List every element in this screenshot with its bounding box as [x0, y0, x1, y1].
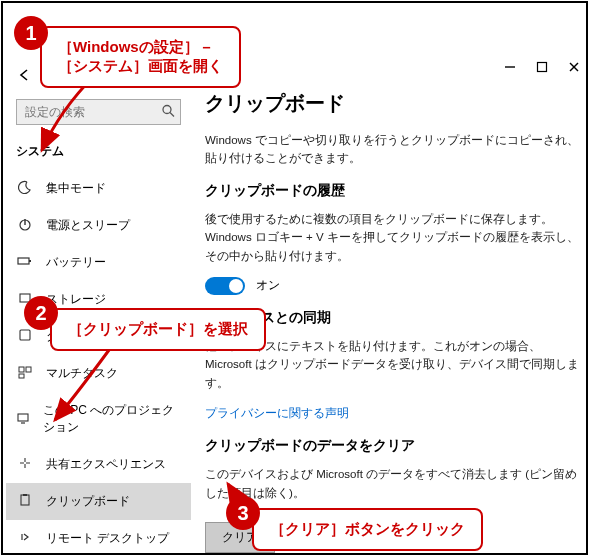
close-button[interactable]: [567, 60, 581, 74]
sidebar-item-focus[interactable]: 集中モード: [6, 170, 191, 207]
step-1-line2: ［システム］画面を開く: [58, 57, 223, 76]
svg-rect-12: [19, 367, 24, 372]
power-icon: [16, 217, 34, 234]
nav-label: クリップボード: [46, 493, 130, 510]
history-toggle-row: オン: [205, 277, 579, 295]
step-3-badge: 3: [226, 496, 260, 530]
svg-line-5: [170, 113, 174, 117]
nav-label: この PC へのプロジェクション: [43, 402, 181, 436]
svg-rect-14: [19, 374, 24, 378]
step-2-balloon: ［クリップボード］を選択: [50, 308, 266, 351]
svg-rect-11: [20, 330, 30, 340]
svg-rect-1: [538, 63, 547, 72]
nav-label: マルチタスク: [46, 365, 118, 382]
history-heading: クリップボードの履歴: [205, 182, 579, 200]
step-1-balloon: ［Windowsの設定］－ ［システム］画面を開く: [40, 26, 241, 88]
clear-heading: クリップボードのデータをクリア: [205, 437, 579, 455]
svg-rect-16: [21, 495, 29, 505]
step-2-badge: 2: [24, 296, 58, 330]
svg-rect-8: [18, 258, 29, 264]
history-desc: 後で使用するために複数の項目をクリップボードに保存します。Windows ロゴキ…: [205, 210, 579, 265]
intro-text: Windows でコピーや切り取りを行うとクリップボードにコピーされ、貼り付ける…: [205, 131, 579, 168]
svg-rect-9: [29, 260, 31, 262]
clear-desc: このデバイスおよび Microsoft のデータをすべて消去します (ピン留めし…: [205, 465, 579, 502]
clipboard-icon: [16, 493, 34, 510]
battery-icon: [16, 254, 34, 271]
step-1-line1: ［Windowsの設定］－: [58, 38, 223, 57]
sidebar-item-battery[interactable]: バッテリー: [6, 244, 191, 281]
page-title: クリップボード: [205, 90, 579, 117]
search-input[interactable]: [16, 99, 181, 125]
multitask-icon: [16, 365, 34, 382]
minimize-button[interactable]: [503, 60, 517, 74]
projection-icon: [16, 411, 31, 428]
remote-icon: [16, 530, 34, 547]
maximize-button[interactable]: [535, 60, 549, 74]
nav-label: リモート デスクトップ: [46, 530, 169, 547]
privacy-link[interactable]: プライバシーに関する声明: [205, 406, 349, 420]
toggle-label: オン: [256, 277, 280, 294]
sidebar-item-shared[interactable]: 共有エクスペリエンス: [6, 446, 191, 483]
back-icon[interactable]: [16, 68, 32, 85]
svg-rect-17: [23, 494, 27, 496]
svg-rect-15: [18, 414, 28, 421]
search-box[interactable]: [16, 99, 181, 125]
sidebar-item-power[interactable]: 電源とスリープ: [6, 207, 191, 244]
sidebar-item-projection[interactable]: この PC へのプロジェクション: [6, 392, 191, 446]
moon-icon: [16, 180, 34, 197]
sidebar-item-clipboard[interactable]: クリップボード: [6, 483, 191, 520]
svg-rect-13: [26, 367, 31, 372]
svg-point-4: [163, 106, 171, 114]
history-toggle[interactable]: [205, 277, 245, 295]
nav-label: 電源とスリープ: [46, 217, 130, 234]
window-controls: [503, 60, 581, 74]
search-icon: [161, 104, 175, 121]
nav-list: 集中モード 電源とスリープ バッテリー ストレージ タブレットモード マルチタス…: [6, 170, 191, 556]
step-3-balloon: ［クリア］ボタンをクリック: [252, 508, 483, 551]
step-1-badge: 1: [14, 16, 48, 50]
nav-label: 集中モード: [46, 180, 106, 197]
nav-label: バッテリー: [46, 254, 106, 271]
tablet-icon: [16, 328, 34, 345]
sidebar-item-remote[interactable]: リモート デスクトップ: [6, 520, 191, 556]
sidebar-item-multitask[interactable]: マルチタスク: [6, 355, 191, 392]
shared-icon: [16, 456, 34, 473]
category-label: システム: [6, 131, 191, 170]
nav-label: 共有エクスペリエンス: [46, 456, 166, 473]
